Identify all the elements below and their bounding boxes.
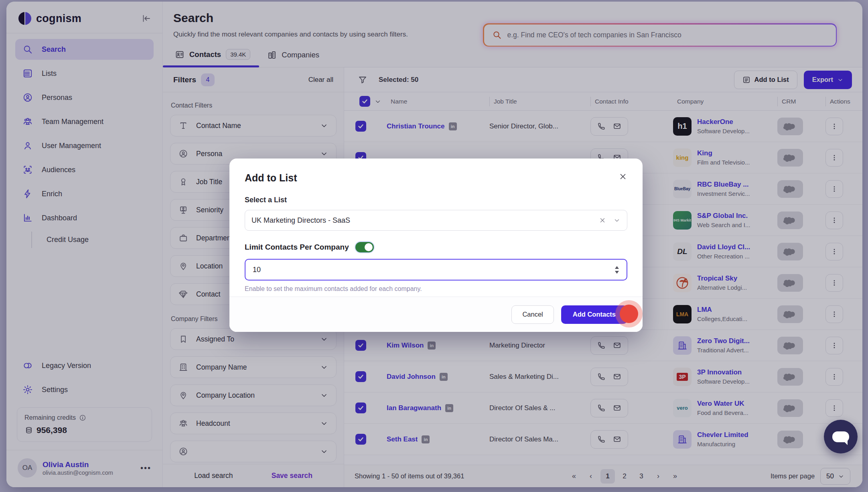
limit-number-value: 10: [253, 266, 261, 274]
add-to-list-modal: Add to List Select a List UK Marketing D…: [229, 159, 643, 332]
chat-launcher-button[interactable]: [824, 420, 858, 453]
select-list-label: Select a List: [245, 196, 627, 204]
number-stepper[interactable]: [614, 266, 619, 274]
limit-helper-text: Enable to set the maximum contacts added…: [245, 285, 627, 293]
chevron-down-icon: [613, 217, 621, 224]
modal-title: Add to List: [245, 172, 297, 184]
clear-selection-icon[interactable]: [599, 217, 606, 224]
limit-contacts-toggle[interactable]: [355, 242, 374, 252]
limit-contacts-label: Limit Contacts Per Company: [245, 243, 349, 252]
limit-number-input[interactable]: 10: [245, 259, 627, 281]
list-select-value: UK Marketing Directors - SaaS: [251, 216, 350, 225]
list-select[interactable]: UK Marketing Directors - SaaS: [245, 210, 627, 231]
chat-bubble-icon: [832, 431, 849, 442]
desktop: cognism Search Lists Personas Team Manag…: [0, 0, 868, 492]
cancel-button[interactable]: Cancel: [511, 305, 554, 324]
click-annotation: [620, 305, 638, 323]
add-contacts-button[interactable]: Add Contacts: [561, 305, 627, 324]
close-icon[interactable]: [619, 172, 627, 181]
